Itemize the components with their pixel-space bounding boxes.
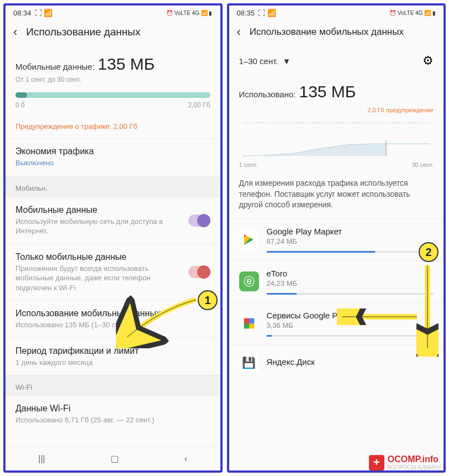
chart-svg — [239, 118, 434, 157]
phone-right: 08:35⛶ 📶 ⏰ VoLTE 4G 📶 ▮ ‹ Использование … — [227, 3, 446, 473]
usage-value: 135 МБ — [299, 82, 356, 101]
app-size: 87,24 МБ — [267, 237, 434, 245]
progress-bar — [15, 92, 210, 98]
nav-back-icon[interactable]: ‹ — [184, 454, 187, 464]
progress-fill — [15, 92, 27, 98]
toggle-mobile-data[interactable] — [188, 215, 210, 227]
row-mobile-data[interactable]: Мобильные данные Используйте мобильную с… — [6, 197, 220, 244]
status-bar: 08:34⛶ 📶 ⏰ VoLTE 4G 📶 ▮ — [6, 6, 220, 19]
annotation-badge-1: 1 — [198, 290, 218, 310]
nav-home-icon[interactable]: ▢ — [110, 453, 119, 464]
content: Мобильные данные: 135 МБ От 1 сент. до 3… — [6, 47, 220, 446]
app-name: Яндекс.Диск — [267, 357, 434, 367]
usage-label: Использовано: — [239, 90, 296, 99]
header: ‹ Использование данных — [6, 19, 220, 47]
usage-summary: Мобильные данные: 135 МБ От 1 сент. до 3… — [6, 47, 220, 117]
status-icons-l: ⛶ 📶 — [35, 9, 53, 17]
row-data-saver[interactable]: Экономия трафика Выключено — [6, 138, 220, 176]
status-time: 08:34 — [13, 9, 31, 17]
measurement-info: Для измерения расхода трафика использует… — [229, 170, 444, 218]
chart-x-start: 1 сент. — [239, 161, 258, 168]
watermark: + OCOMP.info ВОПРОСЫ АДМИНУ — [369, 454, 441, 470]
back-icon[interactable]: ‹ — [13, 25, 17, 39]
traffic-warning: Предупреждение о трафике: 2,00 Гб — [6, 117, 220, 138]
gear-icon[interactable]: ⚙ — [422, 54, 434, 68]
progress-max: 2,00 Гб — [188, 101, 210, 109]
app-name: Google Play Маркет — [267, 227, 434, 236]
usage-summary: Использовано: 135 МБ — [229, 75, 444, 103]
usage-value: 135 МБ — [98, 55, 155, 74]
app-name: eToro — [267, 269, 434, 278]
annotation-arrow-1 — [116, 293, 204, 348]
page-title: Использование данных — [26, 26, 140, 38]
toggle-only-mobile[interactable] — [188, 266, 210, 278]
annotation-badge-2: 2 — [419, 242, 439, 262]
section-mobile: Мобильн. — [6, 176, 220, 197]
app-row[interactable]: Google Play Маркет87,24 МБ — [229, 218, 444, 260]
content: 1–30 сент. ▼ ⚙ Использовано: 135 МБ 2,0 … — [229, 47, 444, 470]
app-usage-bar — [267, 293, 434, 295]
nav-bar: ||| ▢ ‹ — [6, 446, 220, 470]
nav-recents-icon[interactable]: ||| — [38, 454, 45, 464]
row-wifi-data[interactable]: Данные Wi-Fi Использовано 6,71 Гб (25 ав… — [6, 396, 220, 433]
progress-min: 0 б — [15, 101, 25, 109]
status-icons-l: ⛶ 📶 — [258, 9, 276, 17]
back-icon[interactable]: ‹ — [237, 25, 241, 39]
google-services-icon — [239, 313, 259, 333]
annotation-arrow-2-left — [337, 308, 420, 325]
app-usage-bar — [267, 335, 434, 337]
app-size: 24,23 МБ — [267, 279, 434, 287]
status-icons-r: ⏰ VoLTE 4G 📶 ▮ — [166, 10, 213, 16]
usage-period: От 1 сент. до 30 сент. — [15, 76, 210, 83]
section-wifi: Wi-Fi — [6, 375, 220, 396]
chart-warning-label: 2,0 Гб предупреждение — [239, 107, 434, 114]
google-play-icon — [239, 229, 259, 249]
date-range-picker[interactable]: 1–30 сент. ▼ — [239, 56, 291, 66]
watermark-plus-icon: + — [369, 455, 384, 470]
row-only-mobile[interactable]: Только мобильные данные Приложения будут… — [6, 244, 220, 301]
app-list: Google Play Маркет87,24 МБⓔeToro24,23 МБ… — [229, 218, 444, 380]
etoro-icon: ⓔ — [239, 271, 259, 291]
status-bar: 08:35⛶ 📶 ⏰ VoLTE 4G 📶 ▮ — [229, 6, 444, 19]
yandex-disk-icon: 💾 — [239, 353, 259, 373]
status-time: 08:35 — [237, 9, 255, 17]
app-usage-bar — [267, 251, 434, 253]
header: ‹ Использование мобильных данных — [229, 19, 444, 47]
usage-label: Мобильные данные: — [15, 62, 94, 71]
annotation-arrow-2-down — [416, 263, 439, 357]
chart-x-end: 30 сент. — [411, 161, 434, 168]
status-icons-r: ⏰ VoLTE 4G 📶 ▮ — [389, 10, 436, 16]
chevron-down-icon: ▼ — [283, 56, 291, 66]
page-title: Использование мобильных данных — [250, 27, 404, 38]
app-row[interactable]: 💾Яндекс.Диск — [229, 344, 444, 380]
phone-left: 08:34⛶ 📶 ⏰ VoLTE 4G 📶 ▮ ‹ Использование … — [3, 3, 223, 473]
usage-chart: 2,0 Гб предупреждение 1 сент. 30 сент. — [229, 103, 444, 170]
app-row[interactable]: ⓔeToro24,23 МБ — [229, 260, 444, 302]
